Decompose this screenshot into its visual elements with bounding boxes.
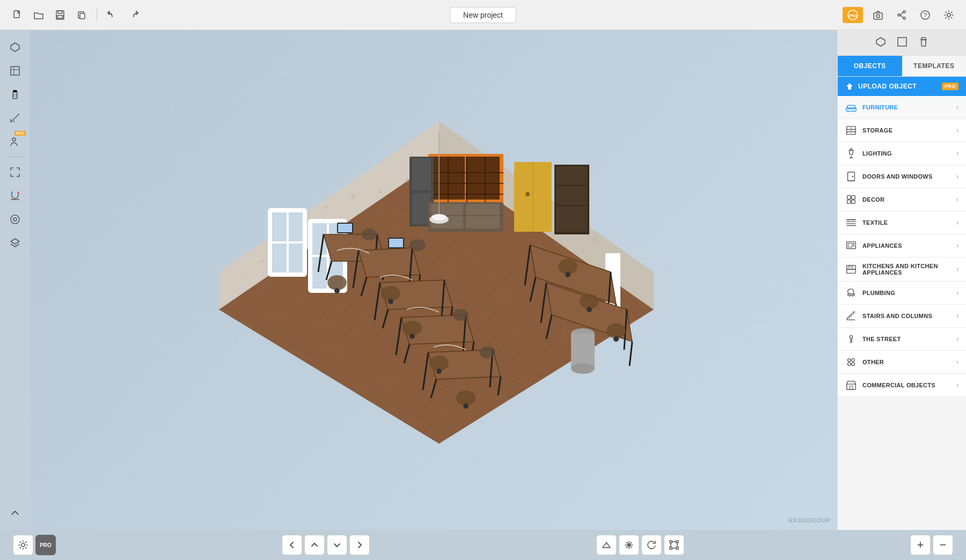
2d-plan-button[interactable] bbox=[4, 60, 26, 82]
pro-bottom-button[interactable]: PRO bbox=[35, 535, 56, 555]
category-the-street[interactable]: THE STREET › bbox=[838, 328, 966, 351]
tab-objects[interactable]: OBJECTS bbox=[838, 56, 902, 76]
svg-point-56 bbox=[592, 238, 597, 242]
plumbing-label: PLUMBING bbox=[862, 290, 951, 296]
textile-arrow: › bbox=[956, 219, 958, 226]
collapse-sidebar-button[interactable] bbox=[4, 502, 26, 524]
category-stairs-columns[interactable]: STAIRS AND COLUMNS › bbox=[838, 305, 966, 328]
appliances-icon bbox=[845, 240, 857, 252]
canvas-area[interactable]: RX3DGROUP bbox=[30, 30, 837, 530]
category-plumbing[interactable]: PLUMBING › bbox=[838, 282, 966, 305]
svg-rect-19 bbox=[11, 67, 19, 75]
options2-button[interactable] bbox=[4, 209, 26, 230]
move-down-button[interactable] bbox=[327, 535, 347, 555]
move-right-button[interactable] bbox=[349, 535, 370, 555]
svg-rect-201 bbox=[670, 541, 672, 543]
svg-point-50 bbox=[378, 190, 382, 193]
decor-icon bbox=[845, 194, 857, 205]
project-name-button[interactable]: New project bbox=[450, 7, 516, 23]
svg-rect-5 bbox=[80, 13, 85, 19]
svg-rect-62 bbox=[466, 157, 500, 200]
3d-view-button[interactable] bbox=[4, 36, 26, 58]
tab-templates[interactable]: TEMPLATES bbox=[902, 56, 967, 76]
camera-button[interactable] bbox=[869, 6, 887, 24]
category-lighting[interactable]: LIGHTING › bbox=[838, 142, 966, 165]
undo-button[interactable] bbox=[104, 6, 121, 24]
copy-button[interactable] bbox=[73, 6, 90, 24]
category-appliances[interactable]: APPLIANCES › bbox=[838, 234, 966, 257]
magnet-button[interactable] bbox=[4, 185, 26, 207]
layer-settings-button[interactable] bbox=[4, 232, 26, 254]
share-button[interactable] bbox=[893, 6, 910, 24]
svg-point-166 bbox=[851, 128, 852, 129]
lamp-icon bbox=[845, 148, 857, 159]
panel-icon-strip bbox=[838, 30, 966, 56]
move-left-button[interactable] bbox=[282, 535, 302, 555]
panel-2d-button[interactable] bbox=[894, 33, 911, 52]
plumbing-icon bbox=[845, 287, 857, 299]
svg-point-131 bbox=[327, 275, 347, 290]
category-commercial[interactable]: COMMERCIAL OBJECTS › bbox=[838, 374, 966, 397]
svg-marker-155 bbox=[876, 38, 885, 46]
kitchen-arrow: › bbox=[956, 266, 958, 273]
svg-point-149 bbox=[452, 309, 469, 321]
move-up-button[interactable] bbox=[304, 535, 325, 555]
svg-rect-83 bbox=[556, 166, 587, 185]
help-button[interactable]: ? bbox=[917, 6, 934, 24]
street-arrow: › bbox=[956, 335, 958, 343]
svg-point-191 bbox=[848, 359, 851, 362]
settings-left-button[interactable] bbox=[13, 535, 33, 555]
delete-object-button[interactable] bbox=[4, 84, 26, 105]
svg-point-134 bbox=[388, 299, 393, 304]
lighting-label: LIGHTING bbox=[862, 150, 951, 157]
textile-icon bbox=[845, 217, 857, 229]
left-sidebar: PRO bbox=[0, 30, 30, 530]
flip-button[interactable] bbox=[596, 535, 617, 555]
upload-object-button[interactable]: UPLOAD OBJECT PRO bbox=[838, 77, 966, 96]
svg-point-135 bbox=[402, 321, 422, 336]
svg-point-44 bbox=[351, 195, 355, 199]
fullscreen-button[interactable] bbox=[4, 161, 26, 183]
svg-point-178 bbox=[853, 243, 854, 245]
grab-button[interactable] bbox=[619, 535, 639, 555]
open-folder-button[interactable] bbox=[30, 6, 47, 24]
rotate-button[interactable] bbox=[641, 535, 662, 555]
category-doors-windows[interactable]: DOORS AND WINDOWS › bbox=[838, 165, 966, 188]
svg-rect-160 bbox=[847, 105, 855, 108]
panel-tabs: OBJECTS TEMPLATES bbox=[838, 56, 966, 77]
panel-delete-button[interactable] bbox=[915, 33, 932, 52]
category-kitchen[interactable]: KITCHENS AND KITCHEN APPLIANCES › bbox=[838, 257, 966, 282]
category-storage[interactable]: STORAGE › bbox=[838, 119, 966, 142]
pro-badge-btn[interactable]: PRO bbox=[843, 7, 863, 23]
svg-rect-84 bbox=[556, 186, 587, 205]
other-icon bbox=[845, 356, 857, 368]
measure-button[interactable] bbox=[4, 107, 26, 129]
lighting-arrow: › bbox=[956, 150, 958, 157]
appliances-label: APPLIANCES bbox=[862, 242, 951, 249]
category-furniture[interactable]: FURNITURE ‹ bbox=[838, 96, 966, 119]
svg-point-140 bbox=[463, 403, 469, 409]
svg-point-47 bbox=[260, 260, 264, 263]
category-textile[interactable]: TEXTILE › bbox=[838, 211, 966, 234]
category-decor[interactable]: DECOR › bbox=[838, 188, 966, 211]
other-arrow: › bbox=[956, 358, 958, 366]
zoom-in-button[interactable]: + bbox=[910, 535, 931, 555]
doors-windows-label: DOORS AND WINDOWS bbox=[862, 173, 951, 180]
settings-button[interactable] bbox=[940, 6, 957, 24]
other-label: OTHER bbox=[862, 359, 951, 365]
panel-3d-button[interactable] bbox=[872, 33, 889, 52]
watermark: RX3DGROUP bbox=[788, 517, 831, 524]
save-disk-button[interactable] bbox=[52, 6, 69, 24]
sofa-icon bbox=[845, 101, 857, 113]
street-icon bbox=[845, 333, 857, 345]
zoom-out-button[interactable]: − bbox=[933, 535, 953, 555]
redo-button[interactable] bbox=[125, 6, 142, 24]
svg-rect-202 bbox=[676, 541, 678, 543]
category-other[interactable]: OTHER › bbox=[838, 351, 966, 374]
commercial-label: COMMERCIAL OBJECTS bbox=[862, 382, 951, 388]
svg-rect-2 bbox=[58, 11, 62, 13]
decor-arrow: › bbox=[956, 196, 958, 203]
svg-rect-169 bbox=[848, 172, 855, 181]
new-file-button[interactable] bbox=[9, 6, 26, 24]
scale-button[interactable] bbox=[664, 535, 684, 555]
